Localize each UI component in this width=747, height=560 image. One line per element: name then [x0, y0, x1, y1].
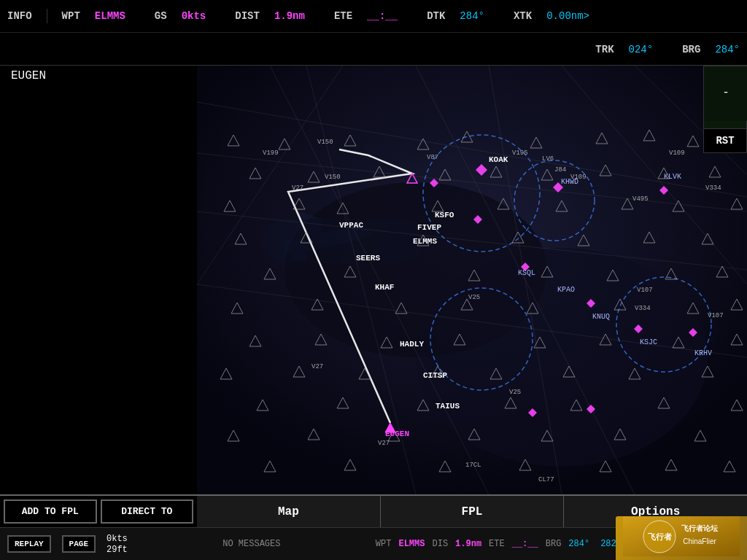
nav-left-buttons: ADD TO FPL DIRECT TO — [0, 494, 197, 527]
xtk-label: XTK — [514, 10, 532, 22]
svg-text:J84: J84 — [554, 166, 566, 174]
svg-text:V87: V87 — [427, 154, 438, 161]
brg-value-header: 284° — [715, 44, 740, 55]
svg-text:V150: V150 — [325, 174, 341, 181]
svg-text:KOAK: KOAK — [489, 155, 508, 164]
svg-text:TAIUS: TAIUS — [436, 402, 460, 411]
svg-text:FIVEP: FIVEP — [417, 223, 441, 232]
trk-label: TRK — [595, 44, 614, 55]
header-bottom-row: TRK 024° BRG 284° — [0, 33, 747, 66]
svg-text:V334: V334 — [705, 184, 721, 192]
mini-display: - — [704, 66, 746, 129]
svg-text:V199: V199 — [263, 149, 279, 157]
dtk-value: 284° — [460, 10, 484, 22]
xtk-value: 0.00nm> — [546, 10, 589, 22]
svg-text:KHAF: KHAF — [375, 283, 394, 292]
svg-text:ELMMS: ELMMS — [413, 237, 437, 246]
svg-text:V25: V25 — [468, 294, 480, 301]
svg-text:LV6: LV6 — [542, 155, 554, 163]
svg-text:CL77: CL77 — [538, 476, 554, 483]
gs-label: GS — [155, 10, 167, 22]
svg-text:飞行者论坛: 飞行者论坛 — [681, 524, 719, 532]
header-bar: INFO WPT ELMMS GS 0kts DIST 1.9nm ETE __… — [0, 0, 747, 66]
sidebar-waypoint: EUGEN — [11, 69, 46, 82]
replay-button[interactable]: REPLAY — [7, 535, 51, 553]
svg-text:飞行者: 飞行者 — [648, 532, 673, 541]
svg-text:SEERS: SEERS — [356, 254, 380, 262]
svg-text:V27: V27 — [378, 440, 390, 447]
ete-label: ETE — [334, 10, 352, 22]
watermark-logo: 飞行者 飞行者论坛 ChinaFlier — [616, 516, 747, 560]
ete-status-label: ETE — [489, 539, 505, 549]
wpt-value: ELMMS — [95, 10, 125, 22]
wpt-status-value: ELMMS — [398, 539, 425, 549]
svg-text:V27: V27 — [311, 363, 323, 370]
svg-text:V495: V495 — [632, 195, 649, 203]
svg-text:17CL: 17CL — [465, 462, 481, 469]
ete-value: __:__ — [367, 10, 398, 22]
ete-status-value: __:__ — [512, 539, 538, 549]
rst-button[interactable]: RST — [704, 129, 746, 152]
svg-text:KSQL: KSQL — [518, 269, 535, 277]
svg-text:KNUQ: KNUQ — [592, 313, 610, 321]
direct-to-button[interactable]: DIRECT TO — [101, 499, 194, 524]
dtk-label: DTK — [427, 10, 445, 22]
svg-text:V195: V195 — [512, 149, 528, 157]
brg-status-label: BRG — [546, 539, 562, 549]
tab-map[interactable]: Map — [197, 496, 381, 527]
svg-text:V107: V107 — [708, 312, 724, 319]
svg-text:ChinaFlier: ChinaFlier — [683, 537, 716, 545]
status-nav-info: WPT ELMMS DIS 1.9nm ETE __:__ BRG 284° — [376, 539, 589, 549]
svg-text:EUGEN: EUGEN — [385, 429, 409, 438]
no-messages-label: NO MESSAGES — [139, 539, 365, 549]
dist-label: DIST — [235, 10, 260, 22]
trk-value: 024° — [629, 44, 654, 55]
svg-text:HADLY: HADLY — [400, 340, 424, 349]
mini-instrument-panel: - RST — [703, 66, 747, 153]
info-label: INFO — [7, 10, 32, 22]
svg-text:KRHV: KRHV — [694, 349, 712, 357]
tab-fpl[interactable]: FPL — [381, 496, 565, 527]
svg-text:KSFO: KSFO — [435, 211, 454, 219]
map-svg: V199 V150 V150 V87 V27 V27 V27 V25 V25 V… — [197, 66, 747, 494]
wpt-label: WPT — [62, 10, 80, 22]
dis-label: DIS — [432, 539, 448, 549]
dist-value: 1.9nm — [274, 10, 305, 22]
svg-point-2 — [416, 248, 708, 467]
svg-text:V150: V150 — [317, 139, 333, 146]
watermark-content: 飞行者 飞行者论坛 ChinaFlier — [623, 516, 740, 560]
speed-altitude-display: 0kts 29ft — [107, 534, 128, 555]
wpt-status-label: WPT — [376, 539, 392, 549]
brg-label-header: BRG — [682, 44, 700, 55]
map-area[interactable]: V199 V150 V150 V87 V27 V27 V27 V25 V25 V… — [197, 66, 747, 494]
svg-rect-166 — [623, 516, 740, 556]
svg-text:V109: V109 — [669, 149, 685, 157]
svg-text:V107: V107 — [637, 287, 653, 294]
svg-text:KHWD: KHWD — [561, 178, 578, 186]
gs-value: 0kts — [182, 10, 206, 22]
svg-text:V25: V25 — [509, 389, 521, 396]
page-button[interactable]: PAGE — [62, 535, 96, 553]
add-to-fpl-button[interactable]: ADD TO FPL — [4, 499, 97, 524]
svg-text:CITSP: CITSP — [423, 371, 447, 380]
svg-text:-: - — [722, 86, 729, 99]
svg-text:VPPAC: VPPAC — [339, 221, 363, 230]
brg-status-value: 284° — [568, 539, 589, 549]
header-top-row: INFO WPT ELMMS GS 0kts DIST 1.9nm ETE __… — [0, 0, 747, 33]
svg-text:KPAO: KPAO — [557, 286, 575, 294]
svg-text:KSJC: KSJC — [640, 338, 657, 346]
svg-text:V27: V27 — [292, 184, 303, 192]
dis-value: 1.9nm — [455, 539, 481, 549]
svg-text:V334: V334 — [635, 305, 651, 312]
svg-text:KLVK: KLVK — [664, 173, 681, 181]
